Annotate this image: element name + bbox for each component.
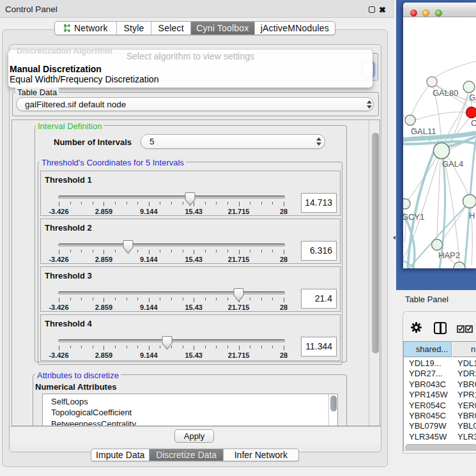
svg-text:GCY1: GCY1 [403, 212, 424, 222]
svg-text:HAP2: HAP2 [438, 250, 460, 260]
svg-text:GAL11: GAL11 [411, 127, 436, 136]
svg-text:GAL80: GAL80 [433, 88, 458, 98]
svg-text:GAL4: GAL4 [442, 159, 463, 169]
svg-text:H: H [469, 211, 475, 220]
svg-text:C: C [471, 118, 476, 128]
svg-text:GA: GA [469, 93, 476, 102]
